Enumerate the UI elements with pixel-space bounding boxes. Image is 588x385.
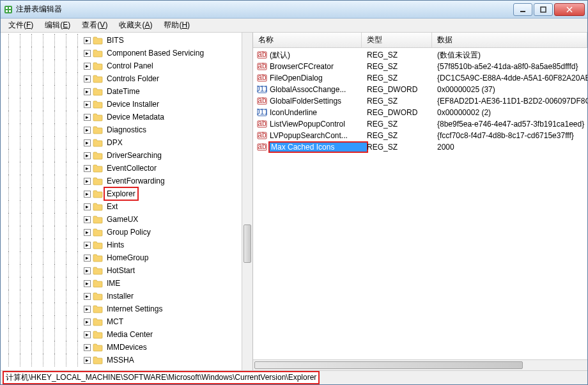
col-header-name[interactable]: 名称 — [253, 33, 362, 47]
value-type: REG_DWORD — [367, 85, 437, 94]
expander-icon[interactable]: ▸ — [84, 280, 91, 287]
tree-item[interactable]: ▸HomeGroup — [1, 251, 252, 264]
col-header-type[interactable]: 类型 — [362, 33, 432, 47]
value-row[interactable]: abListViewPopupControlREG_SZ{8be9f5ea-e7… — [253, 118, 587, 130]
menu-file[interactable]: 文件(F) — [3, 19, 38, 32]
tree-item[interactable]: ▸EventForwarding — [1, 175, 252, 187]
tree-item[interactable]: ▸Device Installer — [1, 98, 252, 111]
folder-icon — [93, 138, 103, 147]
tree-item[interactable]: ▸MCT — [1, 315, 252, 328]
expander-icon[interactable]: ▸ — [84, 114, 91, 121]
expander-icon[interactable]: ▸ — [84, 191, 91, 198]
tree-item[interactable]: ▸DPX — [1, 136, 252, 149]
svg-text:011: 011 — [257, 107, 267, 116]
folder-icon — [93, 266, 103, 275]
expander-icon[interactable]: ▸ — [84, 139, 91, 146]
value-name: BrowserCFCreator — [270, 62, 367, 71]
titlebar[interactable]: 注册表编辑器 — [1, 1, 587, 19]
tree-item[interactable]: ▸Device Metadata — [1, 111, 252, 123]
tree-item[interactable]: ▸Group Policy — [1, 226, 252, 239]
tree-item[interactable]: ▸DriverSearching — [1, 149, 252, 162]
value-row[interactable]: 011GlobalAssocChange...REG_DWORD0x000000… — [253, 84, 587, 95]
tree-item[interactable]: ▸IME — [1, 277, 252, 290]
expander-icon[interactable]: ▸ — [84, 357, 91, 364]
expander-icon[interactable]: ▸ — [84, 165, 91, 172]
tree-item-label: Installer — [105, 291, 135, 301]
expander-icon[interactable]: ▸ — [84, 306, 91, 313]
expander-icon[interactable]: ▸ — [84, 318, 91, 326]
expander-icon[interactable]: ▸ — [84, 152, 91, 159]
expander-icon[interactable]: ▸ — [84, 229, 91, 236]
tree-item[interactable]: ▸GameUX — [1, 213, 252, 226]
tree-item[interactable]: ▸Hints — [1, 239, 252, 251]
value-row[interactable]: abLVPopupSearchCont...REG_SZ{fccf70c8-f4… — [253, 130, 587, 141]
tree-item[interactable]: ▸Explorer — [1, 187, 252, 200]
close-button[interactable] — [554, 3, 585, 16]
list-hscrollbar-thumb[interactable] — [254, 361, 523, 369]
expander-icon[interactable]: ▸ — [84, 255, 91, 262]
expander-icon[interactable]: ▸ — [84, 267, 91, 274]
value-row[interactable]: ab(默认)REG_SZ(数值未设置) — [253, 49, 587, 61]
tree-item-label: HotStart — [105, 265, 136, 276]
dword-icon: 011 — [257, 107, 267, 118]
value-type: REG_SZ — [367, 143, 437, 152]
tree-item[interactable]: ▸MMDevices — [1, 341, 252, 354]
expander-icon[interactable]: ▸ — [84, 178, 91, 185]
expander-icon[interactable]: ▸ — [84, 203, 91, 210]
folder-icon — [93, 189, 103, 198]
svg-rect-0 — [4, 6, 12, 13]
expander-icon[interactable]: ▸ — [84, 331, 91, 338]
tree-item[interactable]: ▸Ext — [1, 200, 252, 213]
tree-guides — [3, 213, 84, 226]
tree-scrollbar-thumb[interactable] — [244, 224, 251, 263]
value-type: REG_SZ — [367, 51, 437, 59]
value-row[interactable]: abMax Cached IconsREG_SZ2000 — [253, 141, 587, 153]
tree-item-label: Device Metadata — [105, 112, 166, 122]
tree-item[interactable]: ▸Control Panel — [1, 59, 252, 72]
tree-item[interactable]: ▸EventCollector — [1, 162, 252, 175]
expander-icon[interactable]: ▸ — [84, 127, 91, 134]
folder-icon — [93, 61, 103, 70]
minimize-button[interactable] — [513, 3, 532, 16]
tree-pane[interactable]: ▸BITS▸Component Based Servicing▸Control … — [1, 33, 253, 370]
value-type: REG_SZ — [367, 74, 437, 82]
tree-item[interactable]: ▸Installer — [1, 290, 252, 302]
expander-icon[interactable]: ▸ — [84, 37, 91, 44]
tree-item[interactable]: ▸Controls Folder — [1, 72, 252, 85]
tree-item[interactable]: ▸HotStart — [1, 264, 252, 277]
menu-favorites[interactable]: 收藏夹(A) — [114, 19, 157, 32]
list-body[interactable]: ab(默认)REG_SZ(数值未设置)abBrowserCFCreatorREG… — [253, 48, 587, 359]
tree-guides — [3, 59, 84, 72]
expander-icon[interactable]: ▸ — [84, 63, 91, 70]
tree-item[interactable]: ▸DateTime — [1, 85, 252, 98]
value-row[interactable]: abBrowserCFCreatorREG_SZ{57f8510b-a5e2-4… — [253, 61, 587, 72]
tree-item[interactable]: ▸Internet Settings — [1, 302, 252, 315]
expander-icon[interactable]: ▸ — [84, 293, 91, 300]
expander-icon[interactable]: ▸ — [84, 242, 91, 249]
tree-item[interactable]: ▸Component Based Servicing — [1, 47, 252, 59]
list-hscrollbar[interactable] — [253, 359, 587, 370]
expander-icon[interactable]: ▸ — [84, 101, 91, 108]
tree-item[interactable]: ▸Diagnostics — [1, 123, 252, 136]
expander-icon[interactable]: ▸ — [84, 50, 91, 57]
maximize-button[interactable] — [534, 3, 553, 16]
value-row[interactable]: abGlobalFolderSettingsREG_SZ{EF8AD2D1-AE… — [253, 95, 587, 107]
col-header-data[interactable]: 数据 — [432, 33, 587, 47]
menu-help[interactable]: 帮助(H) — [159, 19, 195, 32]
tree-guides — [3, 34, 84, 47]
tree-guides — [3, 85, 84, 98]
value-data: {8be9f5ea-e746-4e47-ad57-3fb191ca1eed} — [437, 120, 587, 129]
expander-icon[interactable]: ▸ — [84, 75, 91, 82]
tree-scrollbar[interactable] — [242, 33, 252, 370]
value-data: {DC1C5A9C-E88A-4dde-A5A1-60F82A20AEF7} — [437, 74, 587, 82]
tree-item[interactable]: ▸BITS — [1, 34, 252, 47]
menu-view[interactable]: 查看(V) — [77, 19, 112, 32]
tree-item[interactable]: ▸Media Center — [1, 328, 252, 341]
expander-icon[interactable]: ▸ — [84, 216, 91, 223]
expander-icon[interactable]: ▸ — [84, 88, 91, 95]
tree-item[interactable]: ▸MSSHA — [1, 354, 252, 366]
menu-edit[interactable]: 编辑(E) — [40, 19, 75, 32]
value-row[interactable]: 011IconUnderlineREG_DWORD0x00000002 (2) — [253, 107, 587, 118]
value-row[interactable]: abFileOpenDialogREG_SZ{DC1C5A9C-E88A-4dd… — [253, 72, 587, 84]
expander-icon[interactable]: ▸ — [84, 344, 91, 351]
